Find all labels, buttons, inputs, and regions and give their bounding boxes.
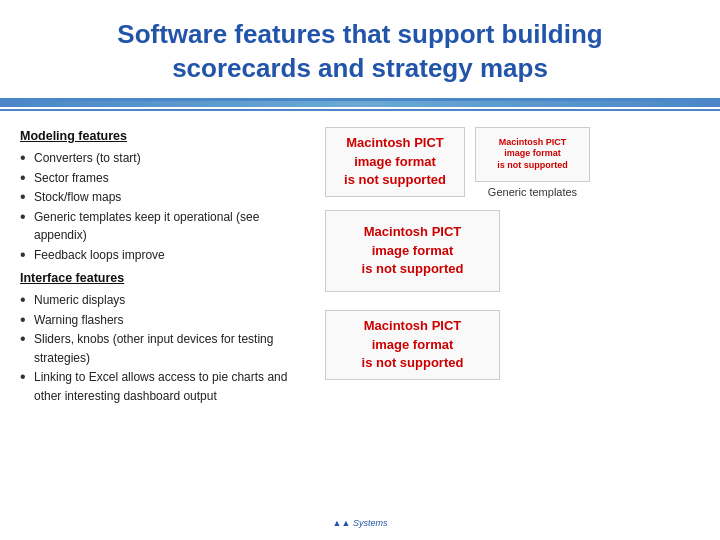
title-line2: scorecards and strategy maps — [172, 53, 548, 83]
list-item: • Linking to Excel allows access to pie … — [20, 368, 315, 405]
pict-image-small-top: Macintosh PICTimage formatis not support… — [475, 127, 590, 182]
left-column: Modeling features • Converters (to start… — [20, 127, 315, 531]
bullet-icon: • — [20, 292, 34, 308]
bullet-icon: • — [20, 312, 34, 328]
list-item: • Numeric displays — [20, 291, 315, 310]
list-item: • Sliders, knobs (other input devices fo… — [20, 330, 315, 367]
bullet-icon: • — [20, 170, 34, 186]
interface-heading: Interface features — [20, 269, 315, 288]
blue-stripe — [0, 101, 720, 107]
bullet-icon: • — [20, 331, 34, 347]
generic-templates-label: Generic templates — [488, 186, 577, 198]
bullet-icon: • — [20, 150, 34, 166]
modeling-list: • Converters (to start) • Sector frames … — [20, 149, 315, 265]
bullet-icon: • — [20, 189, 34, 205]
top-right-group: Macintosh PICTimage formatis not support… — [475, 127, 590, 198]
pict-text-large: Macintosh PICTimage formatis not support… — [344, 134, 446, 189]
pict-image-large: Macintosh PICTimage formatis not support… — [325, 127, 465, 197]
right-column: Macintosh PICTimage formatis not support… — [325, 127, 700, 531]
title-line1: Software features that support building — [117, 19, 602, 49]
list-item: • Stock/flow maps — [20, 188, 315, 207]
pict-text-middle: Macintosh PICTimage formatis not support… — [362, 223, 464, 278]
page-header: Software features that support building … — [0, 0, 720, 101]
list-item: • Generic templates keep it operational … — [20, 208, 315, 245]
list-item: • Converters (to start) — [20, 149, 315, 168]
footer-logo: ▲▲ Systems — [333, 518, 388, 528]
modeling-heading: Modeling features — [20, 127, 315, 146]
list-item: • Feedback loops improve — [20, 246, 315, 265]
pict-image-bottom: Macintosh PICTimage formatis not support… — [325, 310, 500, 380]
interface-list: • Numeric displays • Warning flashers • … — [20, 291, 315, 406]
footer: ▲▲ Systems — [0, 512, 720, 530]
pict-image-middle: Macintosh PICTimage formatis not support… — [325, 210, 500, 292]
page-title: Software features that support building … — [40, 18, 680, 86]
main-content: Modeling features • Converters (to start… — [0, 111, 720, 540]
list-item: • Sector frames — [20, 169, 315, 188]
bullet-icon: • — [20, 209, 34, 225]
pict-text-small-top: Macintosh PICTimage formatis not support… — [497, 137, 568, 172]
list-item: • Warning flashers — [20, 311, 315, 330]
top-image-row: Macintosh PICTimage formatis not support… — [325, 127, 700, 198]
bullet-icon: • — [20, 369, 34, 385]
pict-text-bottom: Macintosh PICTimage formatis not support… — [362, 317, 464, 372]
bullet-icon: • — [20, 247, 34, 263]
